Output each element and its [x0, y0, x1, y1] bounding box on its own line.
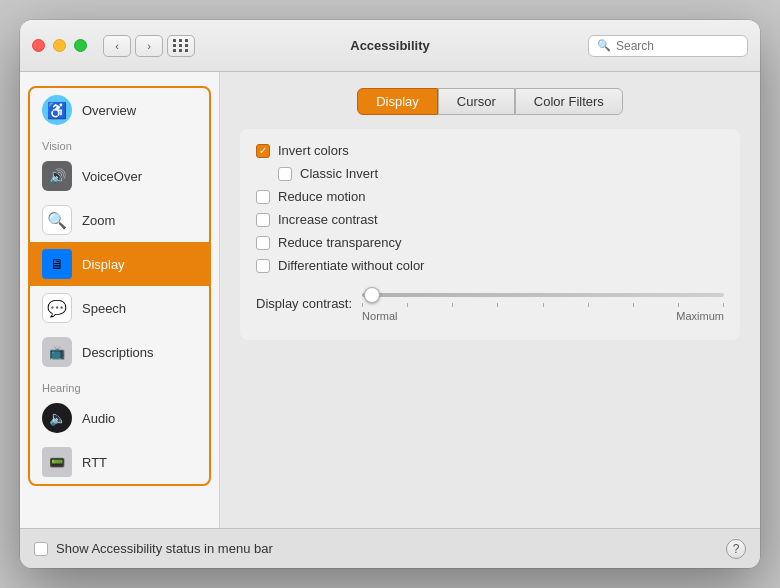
increase-contrast-checkbox[interactable]	[256, 213, 270, 227]
show-status-checkbox[interactable]	[34, 542, 48, 556]
sidebar-item-zoom[interactable]: 🔍 Zoom	[30, 198, 209, 242]
forward-icon: ›	[147, 40, 151, 52]
differentiate-label: Differentiate without color	[278, 258, 424, 273]
sidebar-item-overview[interactable]: ♿ Overview	[30, 88, 209, 132]
overview-icon: ♿	[42, 95, 72, 125]
close-button[interactable]	[32, 39, 45, 52]
overview-label: Overview	[82, 103, 136, 118]
descriptions-icon: 📺	[42, 337, 72, 367]
reduce-transparency-row: Reduce transparency	[256, 235, 724, 250]
show-status-label: Show Accessibility status in menu bar	[56, 541, 273, 556]
invert-colors-checkbox[interactable]	[256, 144, 270, 158]
reduce-transparency-label: Reduce transparency	[278, 235, 402, 250]
search-input[interactable]	[616, 39, 739, 53]
reduce-motion-row: Reduce motion	[256, 189, 724, 204]
sidebar: ♿ Overview Vision 🔊 VoiceOver 🔍	[20, 72, 220, 528]
contrast-slider-container: Normal Maximum	[362, 285, 724, 322]
tab-color-filters[interactable]: Color Filters	[515, 88, 623, 115]
tab-cursor[interactable]: Cursor	[438, 88, 515, 115]
sidebar-item-speech[interactable]: 💬 Speech	[30, 286, 209, 330]
zoom-label: Zoom	[82, 213, 115, 228]
grid-button[interactable]	[167, 35, 195, 57]
help-button[interactable]: ?	[726, 539, 746, 559]
increase-contrast-row: Increase contrast	[256, 212, 724, 227]
right-panel: Display Cursor Color Filters Invert colo…	[220, 72, 760, 528]
show-status-row: Show Accessibility status in menu bar	[34, 541, 273, 556]
reduce-motion-label: Reduce motion	[278, 189, 365, 204]
voiceover-label: VoiceOver	[82, 169, 142, 184]
search-icon: 🔍	[597, 39, 611, 52]
slider-ticks	[362, 301, 724, 307]
sidebar-item-descriptions[interactable]: 📺 Descriptions	[30, 330, 209, 374]
minimize-button[interactable]	[53, 39, 66, 52]
classic-invert-checkbox[interactable]	[278, 167, 292, 181]
help-icon: ?	[733, 542, 740, 556]
zoom-icon: 🔍	[42, 205, 72, 235]
tab-bar: Display Cursor Color Filters	[240, 88, 740, 115]
bottom-bar: Show Accessibility status in menu bar ?	[20, 528, 760, 568]
rtt-label: RTT	[82, 455, 107, 470]
audio-icon: 🔈	[42, 403, 72, 433]
traffic-lights	[32, 39, 87, 52]
display-label: Display	[82, 257, 125, 272]
window: ‹ › Accessibility 🔍	[20, 20, 760, 568]
sidebar-item-voiceover[interactable]: 🔊 VoiceOver	[30, 154, 209, 198]
main-content: ♿ Overview Vision 🔊 VoiceOver 🔍	[20, 72, 760, 528]
forward-button[interactable]: ›	[135, 35, 163, 57]
audio-label: Audio	[82, 411, 115, 426]
classic-invert-label: Classic Invert	[300, 166, 378, 181]
sidebar-item-audio[interactable]: 🔈 Audio	[30, 396, 209, 440]
window-title: Accessibility	[350, 38, 430, 53]
speech-label: Speech	[82, 301, 126, 316]
rtt-icon: 📟	[42, 447, 72, 477]
differentiate-checkbox[interactable]	[256, 259, 270, 273]
maximize-button[interactable]	[74, 39, 87, 52]
descriptions-label: Descriptions	[82, 345, 154, 360]
nav-buttons: ‹ ›	[103, 35, 163, 57]
grid-icon	[173, 39, 189, 52]
speech-icon: 💬	[42, 293, 72, 323]
contrast-maximum-label: Maximum	[676, 310, 724, 322]
differentiate-row: Differentiate without color	[256, 258, 724, 273]
back-button[interactable]: ‹	[103, 35, 131, 57]
classic-invert-row: Classic Invert	[278, 166, 724, 181]
invert-colors-label: Invert colors	[278, 143, 349, 158]
contrast-slider-track	[362, 293, 724, 297]
back-icon: ‹	[115, 40, 119, 52]
increase-contrast-label: Increase contrast	[278, 212, 378, 227]
slider-labels: Normal Maximum	[362, 310, 724, 322]
contrast-label: Display contrast:	[256, 296, 352, 311]
display-icon: 🖥	[42, 249, 72, 279]
sidebar-item-rtt[interactable]: 📟 RTT	[30, 440, 209, 484]
tab-display[interactable]: Display	[357, 88, 438, 115]
invert-colors-row: Invert colors	[256, 143, 724, 158]
reduce-motion-checkbox[interactable]	[256, 190, 270, 204]
search-box[interactable]: 🔍	[588, 35, 748, 57]
contrast-row: Display contrast:	[256, 281, 724, 326]
options-panel: Invert colors Classic Invert Reduce moti…	[240, 129, 740, 340]
voiceover-icon: 🔊	[42, 161, 72, 191]
vision-section-label: Vision	[30, 132, 209, 154]
sidebar-border: ♿ Overview Vision 🔊 VoiceOver 🔍	[28, 86, 211, 486]
hearing-section-label: Hearing	[30, 374, 209, 396]
reduce-transparency-checkbox[interactable]	[256, 236, 270, 250]
titlebar: ‹ › Accessibility 🔍	[20, 20, 760, 72]
contrast-normal-label: Normal	[362, 310, 397, 322]
sidebar-item-display[interactable]: 🖥 Display	[30, 242, 209, 286]
contrast-slider-thumb[interactable]	[364, 287, 380, 303]
